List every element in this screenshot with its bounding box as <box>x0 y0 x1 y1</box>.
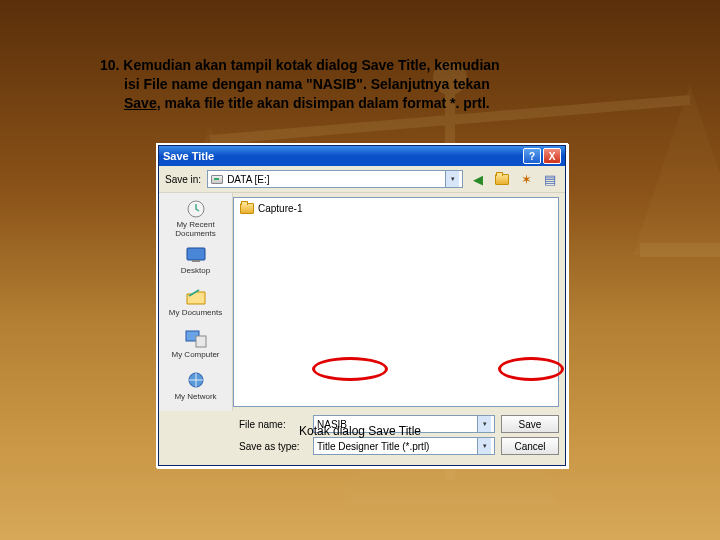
file-list[interactable]: Capture-1 <box>233 197 559 407</box>
folder-icon <box>240 203 254 214</box>
recent-icon <box>183 198 209 220</box>
save-button[interactable]: Save <box>501 415 559 433</box>
place-desktop[interactable]: Desktop <box>159 239 232 281</box>
cancel-button[interactable]: Cancel <box>501 437 559 455</box>
svg-rect-6 <box>187 248 205 260</box>
chevron-down-icon: ▾ <box>477 438 491 454</box>
list-item[interactable]: Capture-1 <box>238 202 554 215</box>
place-mydocs[interactable]: My Documents <box>159 281 232 323</box>
savein-label: Save in: <box>165 174 201 185</box>
dialog-title: Save Title <box>163 150 521 162</box>
places-bar: My Recent Documents Desktop My Documents… <box>159 193 233 411</box>
network-icon <box>183 370 209 392</box>
new-folder-icon[interactable]: ✶ <box>517 170 535 188</box>
svg-rect-9 <box>196 336 206 347</box>
save-dialog-container: Save Title ? X Save in: DATA [E:] ▾ ◀ ✶ … <box>156 143 568 468</box>
saveastype-label: Save as type: <box>239 441 307 452</box>
chevron-down-icon: ▾ <box>445 171 459 187</box>
drive-icon <box>211 175 223 184</box>
figure-caption: Kotak dialog Save Title <box>299 424 421 438</box>
mydocs-icon <box>183 286 209 308</box>
svg-rect-7 <box>192 260 200 262</box>
toolbar: Save in: DATA [E:] ▾ ◀ ✶ ▤ <box>159 166 565 193</box>
instruction-text: 10. Kemudian akan tampil kotak dialog Sa… <box>100 56 600 113</box>
saveastype-dropdown[interactable]: Title Designer Title (*.prtl) ▾ <box>313 437 495 455</box>
computer-icon <box>183 328 209 350</box>
desktop-icon <box>183 244 209 266</box>
views-icon[interactable]: ▤ <box>541 170 559 188</box>
filename-label: File name: <box>239 419 307 430</box>
help-button[interactable]: ? <box>523 148 541 164</box>
back-icon[interactable]: ◀ <box>469 170 487 188</box>
chevron-down-icon: ▾ <box>477 416 491 432</box>
place-mycomputer[interactable]: My Computer <box>159 323 232 365</box>
save-dialog: Save Title ? X Save in: DATA [E:] ▾ ◀ ✶ … <box>158 145 566 466</box>
titlebar: Save Title ? X <box>159 146 565 166</box>
place-recent[interactable]: My Recent Documents <box>159 197 232 239</box>
place-network[interactable]: My Network <box>159 365 232 407</box>
savein-dropdown[interactable]: DATA [E:] ▾ <box>207 170 463 188</box>
up-icon[interactable] <box>493 170 511 188</box>
dialog-footer: File name: NASIB ▾ Save Save as type: Ti… <box>159 411 565 465</box>
close-button[interactable]: X <box>543 148 561 164</box>
